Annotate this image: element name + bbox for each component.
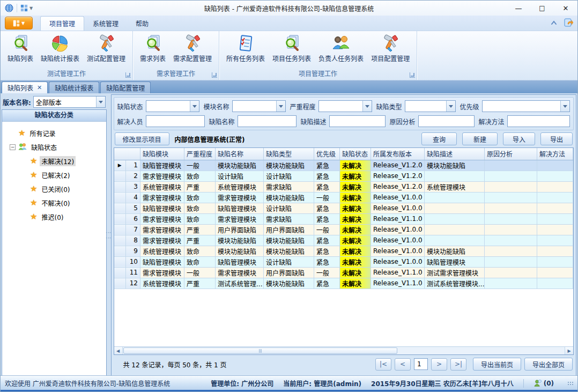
modify-columns-button[interactable]: 修改显示项目 bbox=[115, 132, 169, 145]
defect-report-button[interactable]: 缺陷统计报表 bbox=[37, 32, 83, 64]
scroll-left-icon[interactable]: ◀ bbox=[114, 347, 123, 354]
last-page-button[interactable]: >| bbox=[450, 358, 466, 371]
combo-dropdown-button[interactable] bbox=[446, 101, 455, 112]
combo-dropdown-button[interactable] bbox=[560, 101, 569, 112]
close-button[interactable]: ✕ bbox=[554, 1, 577, 16]
combo-dropdown-button[interactable] bbox=[276, 101, 285, 112]
scroll-right-icon[interactable]: ▶ bbox=[565, 347, 573, 354]
table-row[interactable]: 6需求管理模块致命需求管理模块需求缺陷紧急未解决Release_V1.1.0 bbox=[114, 213, 573, 224]
combo-dropdown-button[interactable] bbox=[96, 97, 105, 107]
filter-combobox[interactable] bbox=[405, 100, 456, 112]
table-row[interactable]: 4需求管理模块致命需求管理模块模块功能缺陷一般未解决Release_V1.0.0 bbox=[114, 192, 573, 203]
dialog-launcher-icon[interactable] bbox=[410, 72, 415, 78]
table-cell bbox=[537, 246, 573, 256]
table-row[interactable]: 8需求管理模块严重模块功能缺陷模块功能缺陷紧急未解决Release_V1.0.0 bbox=[114, 235, 573, 246]
combo-dropdown-button[interactable] bbox=[362, 101, 372, 112]
column-header[interactable]: 解决方法 bbox=[537, 148, 573, 160]
column-header[interactable]: 缺陷名称 bbox=[216, 148, 264, 160]
sidebar-splitter[interactable]: ⋮⋮ bbox=[107, 94, 111, 376]
application-menu-button[interactable]: ▼ bbox=[5, 17, 33, 29]
requirement-config-button[interactable]: 需求配置管理 bbox=[169, 32, 216, 64]
filter-text-input[interactable] bbox=[329, 115, 386, 127]
dialog-launcher-icon[interactable] bbox=[212, 72, 217, 78]
column-header[interactable]: 原因分析 bbox=[485, 148, 537, 160]
filter-text-input[interactable] bbox=[507, 115, 570, 127]
export-current-page-button[interactable]: 导出当前页 bbox=[473, 358, 521, 371]
tree-item[interactable]: ★已解决(2) bbox=[2, 168, 106, 182]
filter-text-input[interactable] bbox=[146, 115, 205, 127]
column-header[interactable]: 缺陷模块 bbox=[140, 148, 184, 160]
table-row[interactable]: 12系统管理模块严重测试系统管理...模块功能缺陷紧急未解决Release_V1… bbox=[114, 278, 573, 289]
column-header[interactable]: 缺陷状态 bbox=[340, 148, 371, 160]
ribbon-collapse-chevron-icon[interactable] bbox=[550, 19, 558, 26]
table-row[interactable]: 2需求管理模块致命设计缺陷设计缺陷紧急未解决Release_V1.2.0 bbox=[114, 171, 573, 181]
table-row[interactable]: 5缺陷管理模块致命缺陷管理模块设计缺陷紧急未解决Release_V1.0.0 bbox=[114, 203, 573, 213]
export-button[interactable]: 导出 bbox=[540, 132, 573, 145]
table-row[interactable]: 11需求管理模块一般需求管理模块用户界面缺陷一般未解决Release_V1.1.… bbox=[114, 267, 573, 278]
resize-grip[interactable] bbox=[568, 382, 573, 385]
dialog-launcher-icon[interactable] bbox=[125, 72, 131, 78]
help-about-icon[interactable] bbox=[564, 18, 573, 27]
table-cell: 模块功能缺陷 bbox=[264, 160, 314, 171]
filter-combobox[interactable] bbox=[318, 100, 372, 112]
filter-text-input[interactable] bbox=[238, 115, 297, 127]
table-row[interactable]: 3系统管理模块严重系统管理模块需求缺陷紧急未解决Release_V1.2.0系统… bbox=[114, 181, 573, 192]
table-cell bbox=[537, 171, 573, 181]
table-row[interactable]: 7需求管理模块严重用户界面缺陷用户界面缺陷一般未解决Release_V1.0.0 bbox=[114, 224, 573, 235]
quick-access-grid-icon[interactable]: ▼ bbox=[20, 4, 33, 12]
first-page-button[interactable]: |< bbox=[375, 358, 391, 371]
column-header[interactable]: 优先级 bbox=[314, 148, 340, 160]
table-cell: Release_V1.2.0 bbox=[371, 181, 425, 192]
filter-combobox[interactable] bbox=[232, 100, 286, 112]
minimize-button[interactable]: — bbox=[507, 1, 530, 16]
tree-expander-icon[interactable]: − bbox=[10, 144, 16, 150]
all-tasks-button[interactable]: 所有任务列表 bbox=[223, 32, 269, 64]
scrollbar-thumb[interactable] bbox=[123, 347, 397, 354]
tools-icon bbox=[381, 34, 399, 53]
owner-tasks-button[interactable]: 负责人任务列表 bbox=[315, 32, 367, 64]
filter-combobox[interactable] bbox=[146, 100, 199, 112]
filter-text-input[interactable] bbox=[418, 115, 475, 127]
tree-item[interactable]: −缺陷状态 bbox=[2, 140, 106, 154]
tree-item[interactable]: ★未解决(12) bbox=[2, 154, 106, 168]
doc-tab-defect-report[interactable]: 缺陷统计报表 bbox=[49, 82, 99, 93]
doc-tab-defect-list[interactable]: 缺陷列表 ✕ bbox=[2, 82, 48, 93]
doc-tab-defect-config[interactable]: 缺陷配置管理 bbox=[100, 82, 151, 93]
tree-item[interactable]: ★推迟(0) bbox=[2, 210, 106, 224]
ribbon-tab-help[interactable]: 帮助 bbox=[127, 17, 157, 31]
column-header[interactable]: 缺陷类型 bbox=[264, 148, 314, 160]
column-header[interactable]: 严重程度 bbox=[184, 148, 216, 160]
table-cell bbox=[485, 192, 537, 203]
tree-item[interactable]: ★不解决(0) bbox=[2, 196, 106, 210]
import-button[interactable]: 导入 bbox=[503, 132, 535, 145]
table-row[interactable]: 10缺陷管理模块致命缺陷管理模块设计缺陷紧急未解决Release_V1.0.0缺… bbox=[114, 256, 573, 267]
export-all-pages-button[interactable]: 导出全部页 bbox=[524, 358, 573, 371]
tree-item[interactable]: ★所有记录 bbox=[2, 126, 106, 140]
test-config-button[interactable]: 测试配置管理 bbox=[83, 32, 129, 64]
new-button[interactable]: 新建 bbox=[462, 132, 498, 145]
horizontal-scrollbar[interactable]: ◀ ▶ bbox=[114, 346, 574, 354]
prev-page-button[interactable]: < bbox=[395, 358, 411, 371]
combo-dropdown-button[interactable] bbox=[190, 101, 199, 112]
column-header[interactable]: 所属发布版本 bbox=[371, 148, 425, 160]
page-number-input[interactable]: 1 bbox=[414, 358, 428, 370]
requirement-list-button[interactable]: 需求列表 bbox=[136, 32, 169, 64]
project-tasks-button[interactable]: 项目任务列表 bbox=[269, 32, 315, 64]
table-cell bbox=[485, 171, 537, 181]
column-header[interactable]: 缺陷描述 bbox=[425, 148, 485, 160]
query-button[interactable]: 查询 bbox=[421, 132, 457, 145]
project-config-button[interactable]: 项目配置管理 bbox=[367, 32, 413, 64]
filter-label: 模块名称 bbox=[204, 102, 229, 111]
tab-close-icon[interactable]: ✕ bbox=[37, 84, 42, 91]
ribbon-tab-system[interactable]: 系统管理 bbox=[84, 17, 127, 31]
filter-combobox[interactable] bbox=[482, 100, 570, 112]
version-combobox[interactable]: 全部版本 bbox=[33, 96, 106, 108]
table-row[interactable]: 9系统管理模块致命模块功能缺陷模块功能缺陷紧急未解决Release_V1.0.0… bbox=[114, 246, 573, 256]
defect-list-button[interactable]: 缺陷列表 bbox=[4, 32, 37, 64]
table-cell: 系统管理模块 bbox=[140, 278, 184, 289]
tree-item[interactable]: ★已关闭(0) bbox=[2, 182, 106, 196]
ribbon-tab-project[interactable]: 项目管理 bbox=[40, 16, 84, 31]
table-row[interactable]: ▶1缺陷管理模块一般模块功能缺陷模块功能缺陷紧急未解决Release_V1.2.… bbox=[114, 160, 573, 171]
maximize-button[interactable]: □ bbox=[530, 1, 554, 16]
next-page-button[interactable]: > bbox=[431, 358, 447, 371]
